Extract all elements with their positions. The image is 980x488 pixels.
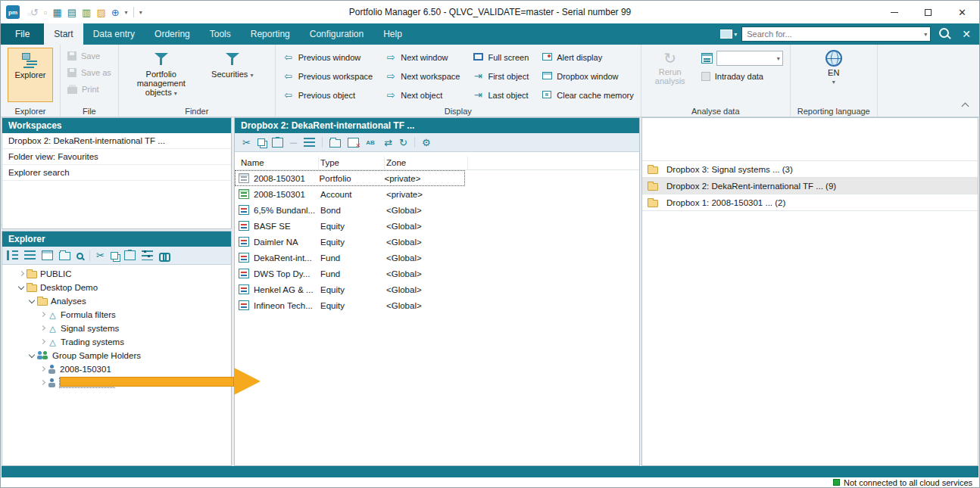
remove-icon[interactable]: ─ xyxy=(290,138,297,148)
dropbox-window-button[interactable]: Dropbox window xyxy=(541,67,633,85)
paste-icon[interactable] xyxy=(124,250,136,260)
reporting-language-button[interactable]: EN ▾ xyxy=(797,48,870,85)
list-settings-icon[interactable] xyxy=(304,138,315,148)
table-row[interactable]: 6,5% Bundanl... Bond <Global> xyxy=(235,202,639,218)
table-row[interactable]: Henkel AG & ... Equity <Global> xyxy=(235,281,639,297)
next-workspace-button[interactable]: ⇨Next workspace xyxy=(385,67,460,85)
previous-object-button[interactable]: ⇦Previous object xyxy=(282,85,373,104)
qat-customize-icon[interactable]: ▾ xyxy=(139,9,142,16)
full-screen-button[interactable]: Full screen xyxy=(472,48,529,67)
qat-notebook-icon[interactable]: ▥ xyxy=(82,8,91,17)
qat-analysis-icon[interactable]: ▨ xyxy=(96,8,105,17)
new-folder-icon[interactable] xyxy=(59,252,70,260)
dropbox-list-item[interactable]: Dropbox 3: Signal systems ... (3) xyxy=(642,161,978,178)
list-view-icon[interactable] xyxy=(24,250,36,260)
tree-item-signal-systems[interactable]: △Signal systems xyxy=(2,322,231,335)
cut-icon[interactable]: ✂ xyxy=(242,138,251,148)
minimize-button[interactable] xyxy=(877,1,911,23)
qat-dropdown-icon[interactable]: ▾ xyxy=(125,9,128,16)
next-object-button[interactable]: ⇨Next object xyxy=(385,85,460,104)
tree-item-group-sample-holders[interactable]: Group Sample Holders xyxy=(2,349,231,362)
paste-icon[interactable] xyxy=(272,138,283,148)
delete-icon[interactable] xyxy=(348,138,359,148)
tree-item-trading-systems[interactable]: △Trading systems xyxy=(2,335,231,349)
explorer-button[interactable]: Explorer xyxy=(8,48,53,102)
expand-icon[interactable] xyxy=(17,270,27,278)
tab-file[interactable]: File xyxy=(1,23,44,45)
qat-list-icon[interactable]: ▤ xyxy=(67,8,76,17)
tree-item-desktop-demo[interactable]: Desktop Demo xyxy=(2,281,231,294)
column-header-name[interactable]: Name xyxy=(235,156,319,169)
search-close-button[interactable]: ✕ xyxy=(957,28,975,40)
intraday-checkbox[interactable] xyxy=(701,72,710,81)
expand-icon[interactable] xyxy=(39,338,48,346)
collapse-icon[interactable] xyxy=(28,352,37,359)
analysis-date-combobox[interactable]: ▾ xyxy=(716,51,783,66)
previous-workspace-button[interactable]: ⇦Previous workspace xyxy=(282,67,373,85)
copy-icon[interactable] xyxy=(257,138,265,146)
expand-icon[interactable] xyxy=(39,379,48,387)
rerun-analysis-button[interactable]: ↻ Rerun analysis xyxy=(648,48,692,85)
clear-cache-memory-button[interactable]: Clear cache memory xyxy=(541,85,633,104)
settings-gear-icon[interactable]: ⚙ xyxy=(422,138,431,148)
tab-help[interactable]: Help xyxy=(373,23,412,45)
filter-settings-icon[interactable] xyxy=(142,250,153,260)
next-window-button[interactable]: ⇨Next window xyxy=(385,48,460,67)
close-button[interactable]: ✕ xyxy=(945,1,979,23)
collapse-icon[interactable] xyxy=(17,284,27,291)
search-icon[interactable] xyxy=(76,253,83,260)
first-object-button[interactable]: ⇥First object xyxy=(472,67,529,85)
tree-item-public[interactable]: PUBLIC xyxy=(2,267,231,281)
swap-icon[interactable]: ⇄ xyxy=(384,138,392,148)
tab-configuration[interactable]: Configuration xyxy=(300,23,373,45)
tab-start[interactable]: Start xyxy=(44,23,83,45)
workspace-item[interactable]: Dropbox 2: DekaRent-international TF ... xyxy=(2,133,231,149)
tree-view-icon[interactable] xyxy=(7,250,18,260)
tree-item-analyses[interactable]: Analyses xyxy=(2,294,231,308)
expand-icon[interactable] xyxy=(39,325,48,332)
rename-icon[interactable] xyxy=(366,138,377,148)
intraday-data-toggle[interactable]: Intraday data xyxy=(701,72,783,81)
qat-globe-icon[interactable]: ⊕ xyxy=(111,8,120,17)
workspace-item[interactable]: Explorer search xyxy=(2,165,231,181)
qat-screen-icon[interactable]: ▫ xyxy=(44,8,48,17)
qat-chart-icon[interactable]: ▦ xyxy=(53,8,62,17)
alert-display-button[interactable]: Alert display xyxy=(541,48,633,67)
table-row[interactable]: DekaRent-int... Fund <Global> xyxy=(235,250,639,266)
portfolio-management-objects-button[interactable]: Portfolio management objects ▾ xyxy=(126,48,197,102)
window-display-button[interactable]: ▾ xyxy=(720,30,737,39)
search-dropdown-icon[interactable]: ▾ xyxy=(924,31,930,38)
collapse-icon[interactable] xyxy=(28,297,37,305)
previous-window-button[interactable]: ⇦Previous window xyxy=(282,48,373,67)
print-button[interactable]: Print xyxy=(67,81,111,98)
tab-tools[interactable]: Tools xyxy=(200,23,241,45)
workspace-item[interactable]: Folder view: Favourites xyxy=(2,149,231,165)
expand-icon[interactable] xyxy=(39,365,48,373)
expand-icon[interactable] xyxy=(39,311,48,319)
table-row-selected[interactable]: 2008-150301 Portfolio <private> xyxy=(235,170,465,186)
securities-button[interactable]: Securities ▾ xyxy=(197,48,268,102)
calendar-icon[interactable] xyxy=(701,53,713,64)
column-header-zone[interactable]: Zone xyxy=(385,156,468,169)
tab-ordering[interactable]: Ordering xyxy=(145,23,200,45)
table-row[interactable]: Daimler NA Equity <Global> xyxy=(235,234,639,250)
table-row[interactable]: DWS Top Dy... Fund <Global> xyxy=(235,266,639,281)
tab-data-entry[interactable]: Data entry xyxy=(83,23,145,45)
save-as-button[interactable]: Save as xyxy=(67,64,111,81)
cut-icon[interactable]: ✂ xyxy=(96,250,105,260)
find-icon[interactable] xyxy=(159,253,170,260)
dropbox-list-item[interactable]: Dropbox 1: 2008-150301 ... (2) xyxy=(642,194,978,211)
column-header-type[interactable]: Type xyxy=(319,156,385,169)
dropbox-list-item-selected[interactable]: Dropbox 2: DekaRent-international TF ...… xyxy=(642,178,978,194)
collapse-ribbon-icon[interactable] xyxy=(962,102,969,109)
window-view-icon[interactable] xyxy=(42,250,53,260)
copy-icon[interactable] xyxy=(111,252,118,260)
refresh-icon[interactable]: ↻ xyxy=(399,138,407,148)
table-row[interactable]: 2008-150301 Account <private> xyxy=(235,186,639,202)
save-button[interactable]: Save xyxy=(67,48,111,64)
table-row[interactable]: BASF SE Equity <Global> xyxy=(235,218,639,234)
tree-item-formula-filters[interactable]: △Formula filters xyxy=(2,308,231,322)
tab-reporting[interactable]: Reporting xyxy=(241,23,300,45)
search-input[interactable] xyxy=(742,30,924,39)
search-button[interactable] xyxy=(935,28,953,40)
